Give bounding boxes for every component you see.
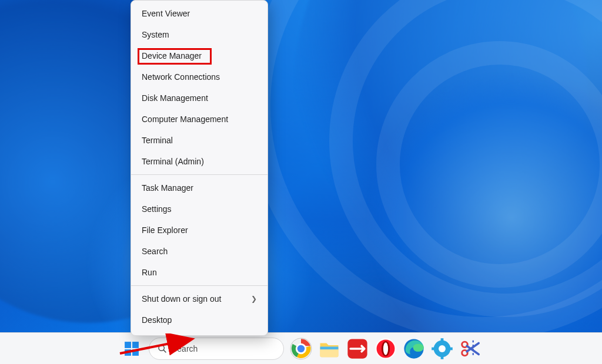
- svg-point-24: [439, 345, 446, 352]
- winx-item-settings[interactable]: Settings: [131, 198, 267, 220]
- gear-colorful-icon: [431, 338, 453, 360]
- menu-item-label: Terminal: [142, 136, 173, 145]
- settings-app-icon[interactable]: [431, 338, 453, 360]
- desktop-wallpaper: [0, 0, 602, 364]
- menu-item-label: Task Manager: [142, 183, 193, 193]
- menu-item-label: Run: [142, 268, 157, 277]
- start-button[interactable]: [121, 338, 143, 360]
- menu-item-label: Search: [142, 247, 168, 256]
- red-app-icon: [346, 338, 369, 360]
- edge-logo-icon: [403, 338, 425, 360]
- opera-icon[interactable]: [374, 338, 397, 360]
- svg-rect-20: [441, 338, 444, 342]
- menu-item-label: Computer Management: [142, 114, 228, 124]
- menu-item-label: File Explorer: [142, 225, 188, 235]
- winx-item-device-manager[interactable]: Device Manager: [131, 45, 267, 66]
- winx-item-shut-down[interactable]: Shut down or sign out ❯: [131, 288, 267, 309]
- search-placeholder: Search: [172, 344, 198, 353]
- svg-rect-4: [132, 349, 139, 356]
- file-explorer-icon[interactable]: [318, 338, 340, 360]
- svg-point-17: [383, 342, 388, 355]
- svg-rect-1: [125, 342, 131, 348]
- winx-item-network-connections[interactable]: Network Connections: [131, 66, 267, 87]
- menu-item-label: Disk Management: [142, 93, 208, 103]
- taskbar-search[interactable]: Search: [149, 338, 284, 360]
- winx-item-desktop[interactable]: Desktop: [131, 309, 267, 331]
- folder-icon: [318, 338, 340, 360]
- winx-item-terminal-admin[interactable]: Terminal (Admin): [131, 151, 267, 172]
- menu-item-label: Desktop: [142, 315, 172, 325]
- opera-logo-icon: [374, 338, 397, 360]
- winx-item-run[interactable]: Run: [131, 262, 267, 283]
- menu-item-label: Settings: [142, 204, 172, 214]
- search-icon: [158, 344, 167, 353]
- winx-item-event-viewer[interactable]: Event Viewer: [131, 3, 267, 24]
- menu-separator: [131, 285, 267, 286]
- chrome-logo-icon: [290, 338, 312, 360]
- edge-icon[interactable]: [403, 338, 425, 360]
- menu-item-label: Shut down or sign out: [142, 294, 221, 304]
- chrome-icon[interactable]: [290, 338, 312, 360]
- svg-rect-2: [132, 342, 139, 348]
- menu-item-label: Event Viewer: [142, 9, 190, 18]
- menu-item-label: Terminal (Admin): [142, 157, 204, 166]
- chevron-right-icon: ❯: [251, 295, 257, 303]
- windows-logo-icon: [124, 341, 139, 356]
- winx-item-file-explorer[interactable]: File Explorer: [131, 220, 267, 241]
- winx-item-terminal[interactable]: Terminal: [131, 130, 267, 151]
- menu-item-label: Device Manager: [142, 51, 202, 60]
- svg-rect-22: [432, 347, 436, 350]
- winx-item-computer-management[interactable]: Computer Management: [131, 109, 267, 130]
- svg-rect-12: [320, 346, 339, 349]
- svg-rect-21: [441, 355, 444, 359]
- winx-menu: Event Viewer System Device Manager Netwo…: [131, 0, 268, 336]
- winx-item-disk-management[interactable]: Disk Management: [131, 87, 267, 109]
- winx-item-task-manager[interactable]: Task Manager: [131, 177, 267, 198]
- winx-item-system[interactable]: System: [131, 24, 267, 45]
- winx-item-search[interactable]: Search: [131, 241, 267, 262]
- snipping-tool-icon[interactable]: [459, 338, 481, 360]
- svg-rect-23: [449, 347, 453, 350]
- scissors-icon: [459, 338, 481, 360]
- svg-rect-3: [125, 349, 131, 356]
- app-red-icon[interactable]: [346, 338, 369, 360]
- menu-item-label: Network Connections: [142, 72, 220, 82]
- svg-line-6: [163, 350, 166, 352]
- menu-separator: [131, 174, 267, 175]
- taskbar: Search: [0, 332, 602, 364]
- menu-item-label: System: [142, 30, 169, 39]
